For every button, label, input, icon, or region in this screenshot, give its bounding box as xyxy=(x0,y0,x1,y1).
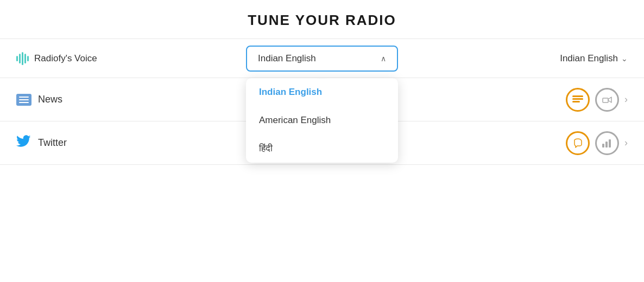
news-icon xyxy=(16,94,31,106)
svg-rect-1 xyxy=(572,98,583,100)
voice-right[interactable]: Indian English ⌄ xyxy=(560,53,628,64)
dropdown-option-american-english[interactable]: American English xyxy=(246,106,398,134)
language-dropdown-container: Indian English ∧ Indian English American… xyxy=(246,46,398,72)
voice-selected-language: Indian English xyxy=(560,53,618,64)
twitter-row-right: › xyxy=(566,131,628,155)
twitter-circle-icon-1[interactable] xyxy=(566,131,590,155)
news-label: News xyxy=(38,94,62,105)
voice-waveform-icon xyxy=(16,52,29,65)
svg-rect-5 xyxy=(602,144,604,148)
news-circle-icon-1[interactable] xyxy=(566,88,590,112)
svg-rect-3 xyxy=(603,98,608,102)
chevron-up-icon: ∧ xyxy=(381,54,386,63)
language-dropdown-menu: Indian English American English हिंदी xyxy=(246,78,398,163)
voice-row: Radiofy's Voice Indian English ∧ Indian … xyxy=(0,39,644,78)
svg-marker-4 xyxy=(608,97,611,102)
language-dropdown-select[interactable]: Indian English ∧ xyxy=(246,46,398,72)
twitter-label: Twitter xyxy=(38,137,67,149)
svg-rect-7 xyxy=(609,139,611,148)
dropdown-option-hindi[interactable]: हिंदी xyxy=(246,134,398,163)
svg-rect-0 xyxy=(572,95,583,97)
twitter-chevron-right-icon[interactable]: › xyxy=(624,137,628,149)
twitter-icon xyxy=(16,135,31,151)
dropdown-option-indian-english[interactable]: Indian English xyxy=(246,78,398,106)
chevron-down-icon: ⌄ xyxy=(621,54,628,63)
dropdown-selected-value: Indian English xyxy=(258,53,316,64)
twitter-circle-icon-2[interactable] xyxy=(595,131,619,155)
news-chevron-right-icon[interactable]: › xyxy=(624,94,628,105)
svg-rect-6 xyxy=(605,142,608,148)
voice-label: Radiofy's Voice xyxy=(34,53,97,64)
news-row-right: › xyxy=(566,88,628,112)
svg-rect-2 xyxy=(572,101,580,102)
news-circle-icon-2[interactable] xyxy=(595,88,619,112)
page-title: TUNE YOUR RADIO xyxy=(0,0,644,39)
